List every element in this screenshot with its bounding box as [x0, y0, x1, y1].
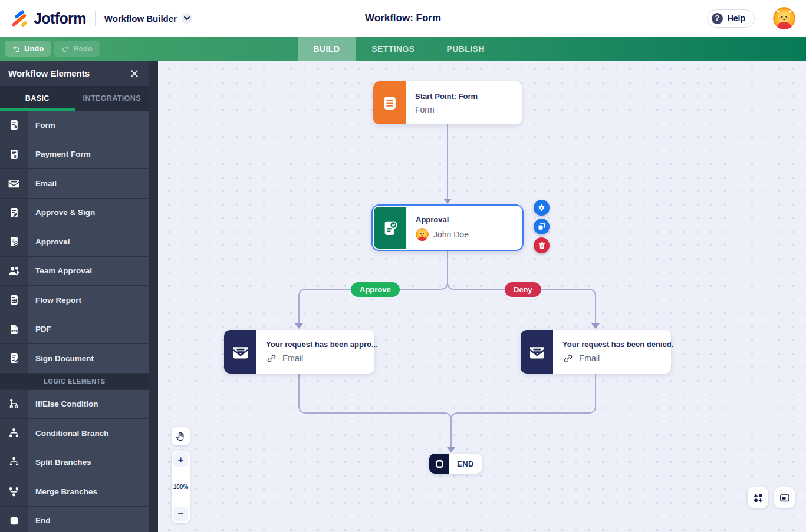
app-header: Jotform Workflow Builder Workflow: Form …	[0, 0, 806, 37]
link-icon	[266, 353, 277, 364]
email-node-subtitle: Email	[266, 353, 378, 364]
email-node-subtitle: Email	[562, 353, 673, 364]
deny-branch-badge[interactable]: Deny	[505, 282, 541, 297]
jotform-logo-icon	[11, 9, 28, 27]
tab-integrations[interactable]: INTEGRATIONS	[75, 86, 150, 111]
elements-shortcut-button[interactable]	[748, 487, 768, 508]
team-approval-icon	[0, 257, 28, 286]
zoom-controls: + 100% −	[172, 451, 190, 523]
close-icon	[130, 70, 139, 78]
start-node-title: Start Point: Form	[415, 92, 512, 101]
email-node-type: Email	[282, 353, 303, 363]
sidebar-item-label: Form	[28, 111, 149, 140]
sidebar-item-label: Approval	[28, 227, 149, 256]
zoom-out-button[interactable]: −	[173, 507, 188, 521]
workflow-canvas[interactable]: Start Point: Form Form Approval	[158, 61, 806, 532]
email-node-type: Email	[579, 353, 600, 363]
sidebar-item-label: Team Approval	[28, 257, 149, 286]
sidebar-item-flow-report[interactable]: Flow Report	[0, 286, 149, 315]
link-icon	[562, 353, 574, 364]
sidebar-scrollbar[interactable]	[149, 61, 158, 532]
sidebar-item-approval[interactable]: Approval	[0, 227, 149, 257]
sidebar-item-label: Sign Document	[28, 344, 149, 373]
pan-tool-button[interactable]	[172, 427, 190, 445]
product-switcher[interactable]: Workflow Builder	[104, 13, 192, 24]
node-settings-button[interactable]	[534, 200, 550, 216]
tab-settings[interactable]: SETTINGS	[356, 37, 430, 61]
header-divider	[95, 11, 96, 26]
if-else-condition-icon	[0, 390, 28, 419]
hand-icon	[175, 431, 186, 442]
sidebar-item-payment-form[interactable]: $ Payment Form	[0, 140, 149, 170]
flow-report-icon	[0, 286, 28, 315]
email-icon	[0, 169, 28, 198]
sidebar-item-team-approval[interactable]: Team Approval	[0, 257, 149, 286]
user-avatar[interactable]	[773, 7, 795, 29]
start-node-subtitle: Form	[415, 105, 512, 114]
logic-elements-section-label: LOGIC ELEMENTS	[0, 374, 149, 390]
jotform-logo[interactable]: Jotform	[11, 9, 86, 27]
sidebar-item-form[interactable]: Form	[0, 111, 149, 140]
help-button[interactable]: ? Help	[707, 9, 755, 28]
svg-text:PDF: PDF	[11, 329, 17, 333]
email-node-icon	[224, 330, 256, 374]
sidebar-item-end[interactable]: End	[0, 507, 149, 532]
sidebar-item-label: Split Branches	[28, 448, 149, 477]
undo-button[interactable]: Undo	[5, 41, 51, 57]
zoom-in-button[interactable]: +	[173, 452, 188, 467]
header-right: ? Help	[707, 7, 795, 29]
tab-basic[interactable]: BASIC	[0, 86, 75, 111]
sidebar-item-merge-branches[interactable]: Merge Branches	[0, 477, 149, 507]
sidebar-item-label: If/Else Condition	[28, 390, 149, 419]
start-node[interactable]: Start Point: Form Form	[373, 81, 522, 124]
assignee-avatar	[416, 228, 429, 241]
undo-label: Undo	[24, 44, 44, 53]
sidebar-item-label: Flow Report	[28, 286, 149, 315]
sidebar-item-label: Merge Branches	[28, 477, 149, 506]
panel-tabs: BASIC INTEGRATIONS	[0, 86, 149, 111]
email-node-body: Your request has been appro... Email	[256, 330, 387, 374]
sidebar-item-email[interactable]: Email	[0, 169, 149, 199]
assignee-name: John Doe	[433, 230, 469, 239]
tab-publish[interactable]: PUBLISH	[430, 37, 500, 61]
sidebar-item-sign-document[interactable]: Sign Document	[0, 344, 149, 374]
close-panel-button[interactable]	[128, 67, 141, 80]
end-node[interactable]: END	[429, 454, 482, 474]
panel-icon	[779, 492, 791, 504]
end-node-icon	[429, 454, 449, 474]
minimap-toggle-button[interactable]	[774, 487, 795, 508]
redo-label: Redo	[73, 44, 93, 53]
sidebar-item-label: Email	[28, 169, 149, 198]
node-delete-button[interactable]	[534, 237, 550, 253]
split-branches-icon	[0, 448, 28, 477]
form-icon	[0, 111, 28, 140]
node-duplicate-button[interactable]	[534, 219, 550, 234]
panel-header: Workflow Elements	[0, 61, 149, 86]
end-element-icon	[0, 507, 28, 532]
email-denied-node[interactable]: Your request has been denied. Email	[521, 330, 671, 374]
sidebar-item-split-branches[interactable]: Split Branches	[0, 448, 149, 478]
node-actions	[534, 200, 550, 253]
approval-node[interactable]: Approval John Doe	[371, 204, 524, 251]
sidebar-item-approve-sign[interactable]: Approve & Sign	[0, 199, 149, 228]
email-node-icon	[521, 330, 553, 374]
sidebar-item-pdf[interactable]: PDF PDF	[0, 315, 149, 345]
approve-branch-badge[interactable]: Approve	[351, 282, 400, 297]
sidebar-item-conditional-branch[interactable]: Conditional Branch	[0, 419, 149, 448]
workflow-builder-app: Jotform Workflow Builder Workflow: Form …	[0, 0, 806, 532]
sidebar-item-if-else-condition[interactable]: If/Else Condition	[0, 390, 149, 419]
sidebar-item-label: End	[28, 507, 149, 532]
copy-icon	[537, 222, 546, 231]
workflow-elements-panel: Workflow Elements BASIC INTEGRATIONS For…	[0, 61, 149, 532]
pdf-icon: PDF	[0, 315, 28, 344]
redo-button[interactable]: Redo	[54, 41, 100, 57]
tab-build[interactable]: BUILD	[297, 37, 356, 61]
zoom-level: 100%	[173, 484, 189, 490]
sidebar-item-label: Approve & Sign	[28, 199, 149, 227]
email-approved-node[interactable]: Your request has been appro... Email	[224, 330, 374, 374]
jotform-wordmark: Jotform	[34, 10, 86, 27]
page-title: Workflow: Form	[365, 12, 441, 24]
approval-icon	[0, 227, 28, 256]
approval-assignee: John Doe	[416, 228, 512, 241]
approve-sign-icon	[0, 199, 28, 227]
